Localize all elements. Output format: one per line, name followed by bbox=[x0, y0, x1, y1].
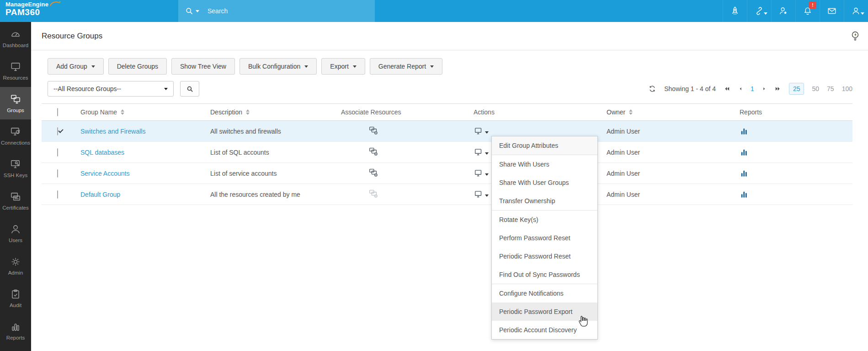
page-size-50[interactable]: 50 bbox=[812, 85, 819, 92]
sort-icon[interactable] bbox=[629, 109, 633, 115]
export-button[interactable]: Export bbox=[321, 58, 365, 75]
owner-name: Admin User bbox=[599, 149, 727, 156]
sidebar-item-certificates[interactable]: Certificates bbox=[0, 184, 31, 217]
sort-icon[interactable] bbox=[246, 109, 250, 115]
owner-name: Admin User bbox=[599, 128, 727, 135]
next-page-icon[interactable] bbox=[762, 86, 767, 92]
lightbulb-tip-icon[interactable] bbox=[850, 30, 861, 43]
sort-icon[interactable] bbox=[121, 109, 124, 115]
group-description: All the resources created by me bbox=[201, 191, 334, 198]
current-page-number[interactable]: 1 bbox=[751, 85, 754, 92]
menu-item-find-out-of-sync-passwords[interactable]: Find Out of Sync Passwords bbox=[492, 265, 597, 284]
mail-icon[interactable] bbox=[820, 0, 844, 22]
last-page-icon[interactable] bbox=[774, 86, 781, 92]
sidebar-item-audit[interactable]: Audit bbox=[0, 282, 31, 314]
sidebar-item-label: Resources bbox=[3, 75, 28, 81]
group-report-icon[interactable] bbox=[740, 148, 852, 157]
sidebar-item-groups[interactable]: Groups bbox=[0, 87, 31, 119]
chevron-down-icon bbox=[304, 65, 308, 68]
topbar-icon-group: ! bbox=[723, 0, 868, 22]
menu-item-periodic-account-discovery[interactable]: Periodic Account Discovery bbox=[492, 321, 597, 339]
groups-icon bbox=[10, 93, 21, 105]
menu-item-transfer-ownership[interactable]: Transfer Ownership bbox=[492, 192, 597, 210]
delete-groups-button[interactable]: Delete Groups bbox=[108, 58, 167, 75]
link-icon[interactable] bbox=[747, 0, 771, 22]
actions-monitor-icon bbox=[474, 189, 484, 200]
search-input[interactable] bbox=[208, 7, 354, 15]
search-scope-caret-icon[interactable] bbox=[196, 10, 199, 12]
page-header: Resource Groups bbox=[31, 22, 868, 50]
sidebar-item-reports[interactable]: Reports bbox=[0, 314, 31, 347]
select-all-checkbox[interactable] bbox=[57, 108, 58, 116]
page-size-100[interactable]: 100 bbox=[842, 85, 852, 92]
bulk-configuration-button[interactable]: Bulk Configuration bbox=[240, 58, 317, 75]
column-header-description[interactable]: Description bbox=[210, 108, 242, 116]
sidebar-item-label: Users bbox=[9, 238, 22, 243]
page-size-75[interactable]: 75 bbox=[827, 85, 834, 92]
group-name-link[interactable]: Service Accounts bbox=[80, 170, 129, 177]
column-header-associate-resources: Associate Resources bbox=[341, 108, 401, 116]
associate-resources-icon[interactable] bbox=[368, 125, 378, 135]
table-row: Service Accounts List of service account… bbox=[42, 163, 852, 184]
group-name-link[interactable]: Default Group bbox=[80, 191, 120, 198]
menu-item-edit-group-attributes[interactable]: Edit Group Attributes bbox=[492, 136, 597, 155]
column-header-owner[interactable]: Owner bbox=[607, 108, 625, 116]
rocket-icon[interactable] bbox=[723, 0, 747, 22]
showing-text: Showing 1 - 4 of 4 bbox=[664, 85, 716, 92]
sidebar-item-label: Dashboard bbox=[3, 43, 28, 48]
user-star-icon[interactable] bbox=[771, 0, 795, 22]
generate-report-button[interactable]: Generate Report bbox=[370, 58, 442, 75]
search-icon[interactable] bbox=[185, 6, 194, 16]
notifications-bell-icon[interactable]: ! bbox=[795, 0, 820, 22]
resource-groups-table: Group Name Description Associate Resourc… bbox=[42, 103, 852, 205]
show-tree-view-button[interactable]: Show Tree View bbox=[171, 58, 235, 75]
chevron-down-icon bbox=[485, 131, 489, 134]
menu-item-share-with-users[interactable]: Share With Users bbox=[492, 155, 597, 173]
menu-item-periodic-password-reset[interactable]: Periodic Password Reset bbox=[492, 247, 597, 265]
menu-item-share-with-user-groups[interactable]: Share With User Groups bbox=[492, 173, 597, 192]
actions-context-menu: Edit Group Attributes Share With Users S… bbox=[491, 136, 598, 340]
resources-icon bbox=[10, 61, 21, 73]
group-description: List of SQL accounts bbox=[201, 149, 334, 156]
group-report-icon[interactable] bbox=[740, 127, 852, 136]
sidebar-item-users[interactable]: Users bbox=[0, 217, 31, 249]
associate-resources-icon[interactable] bbox=[368, 146, 378, 157]
sidebar-item-label: Connections bbox=[1, 140, 30, 146]
chevron-down-icon bbox=[430, 65, 434, 68]
user-account-icon[interactable] bbox=[844, 0, 868, 22]
row-checkbox[interactable] bbox=[57, 169, 58, 178]
menu-item-perform-password-reset[interactable]: Perform Password Reset bbox=[492, 229, 597, 247]
chevron-down-icon bbox=[485, 194, 489, 197]
table-row: Switches and Firewalls All switches and … bbox=[42, 121, 852, 142]
menu-item-configure-notifications[interactable]: Configure Notifications bbox=[492, 284, 597, 302]
sidebar-item-resources[interactable]: Resources bbox=[0, 54, 31, 87]
sidebar-item-dashboard[interactable]: Dashboard bbox=[0, 22, 31, 54]
group-report-icon[interactable] bbox=[740, 169, 852, 178]
logo-swoosh-icon bbox=[49, 0, 61, 7]
group-name-link[interactable]: SQL databases bbox=[80, 149, 124, 156]
actions-menu-trigger[interactable] bbox=[474, 126, 599, 136]
button-label: Show Tree View bbox=[180, 63, 226, 70]
group-report-icon[interactable] bbox=[740, 190, 852, 199]
sidebar-item-admin[interactable]: Admin bbox=[0, 249, 31, 282]
filter-search-button[interactable] bbox=[180, 81, 199, 97]
associate-resources-icon[interactable] bbox=[368, 167, 378, 178]
row-checkbox[interactable] bbox=[57, 127, 58, 135]
resource-group-filter-select[interactable]: --All Resource Groups-- bbox=[48, 81, 174, 97]
actions-monitor-icon bbox=[474, 126, 484, 136]
dashboard-icon bbox=[10, 28, 21, 40]
row-checkbox[interactable] bbox=[57, 190, 58, 199]
add-group-button[interactable]: Add Group bbox=[48, 58, 104, 75]
previous-page-icon[interactable] bbox=[738, 86, 743, 92]
column-header-group-name[interactable]: Group Name bbox=[80, 108, 117, 116]
menu-item-periodic-password-export[interactable]: Periodic Password Export bbox=[492, 302, 597, 321]
row-checkbox[interactable] bbox=[57, 148, 58, 157]
sidebar-item-connections[interactable]: Connections bbox=[0, 119, 31, 152]
group-name-link[interactable]: Switches and Firewalls bbox=[80, 128, 145, 135]
refresh-icon[interactable] bbox=[648, 85, 656, 93]
menu-item-rotate-keys[interactable]: Rotate Key(s) bbox=[492, 211, 597, 229]
sidebar-item-ssh-keys[interactable]: SSH Keys bbox=[0, 152, 31, 184]
page-size-25[interactable]: 25 bbox=[789, 83, 804, 95]
first-page-icon[interactable] bbox=[724, 86, 730, 92]
filter-row: --All Resource Groups-- bbox=[48, 81, 199, 97]
